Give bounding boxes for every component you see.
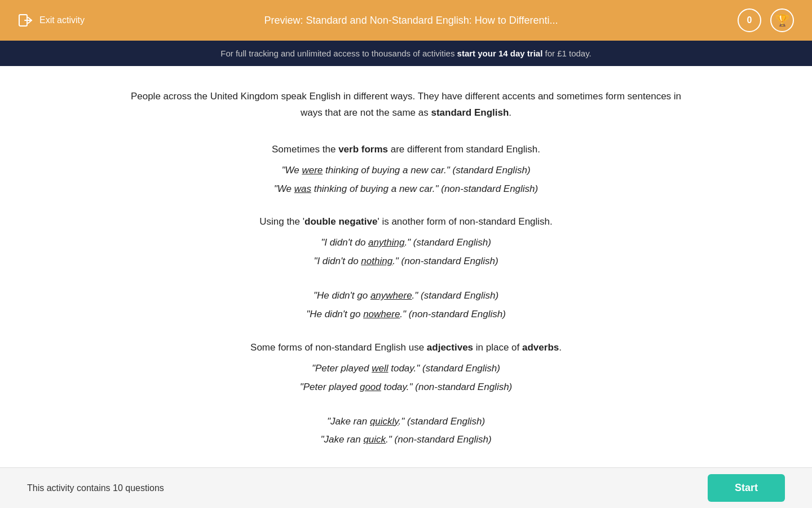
double-negative-example-1: "I didn't do anything." (standard Englis… <box>130 235 682 251</box>
questions-label: This activity contains 10 questions <box>27 483 164 493</box>
trophy-icon: 🏆 <box>775 14 789 27</box>
trial-banner: For full tracking and unlimited access t… <box>0 41 812 66</box>
nothing-underline: nothing <box>361 256 392 266</box>
trophy-badge: 🏆 <box>770 8 794 32</box>
trial-text-before: For full tracking and unlimited access t… <box>220 49 457 58</box>
verb-forms-example-2: "We was thinking of buying a new car." (… <box>130 181 682 198</box>
intro-bold: standard English <box>431 107 509 118</box>
verb-forms-example-1: "We were thinking of buying a new car." … <box>130 163 682 179</box>
well-underline: well <box>372 363 388 374</box>
score-value: 0 <box>747 15 752 25</box>
exit-activity-label: Exit activity <box>39 15 85 25</box>
verb-forms-intro: Sometimes the verb forms are different f… <box>130 142 682 158</box>
nowhere-underline: nowhere <box>363 309 400 319</box>
trial-text-after: for £1 today. <box>542 49 591 58</box>
adjectives-example-1: "Peter played well today." (standard Eng… <box>130 361 682 377</box>
quick-underline: quick <box>363 434 386 445</box>
anywhere-underline: anywhere <box>370 290 412 301</box>
adverbs-bold: adverbs <box>522 342 559 353</box>
double-negative-example-3: "He didn't go anywhere." (standard Engli… <box>130 288 682 304</box>
section-verb-forms: Sometimes the verb forms are different f… <box>130 142 682 198</box>
score-badge: 0 <box>738 8 761 32</box>
adjectives-example-3: "Jake ran quickly." (standard English) <box>130 414 682 430</box>
double-negative-bold: double negative <box>304 216 377 227</box>
start-button[interactable]: Start <box>708 474 785 502</box>
adjectives-example-4: "Jake ran quick." (non-standard English) <box>130 432 682 448</box>
spacer-2 <box>130 398 682 411</box>
were-underline: were <box>302 165 323 176</box>
was-underline: was <box>294 183 311 194</box>
nav-right-controls: 0 🏆 <box>738 8 794 32</box>
good-underline: good <box>360 382 381 392</box>
exit-icon <box>18 12 34 28</box>
quickly-underline: quickly <box>370 416 399 427</box>
adjectives-bold: adjectives <box>427 342 473 353</box>
adjectives-example-2: "Peter played good today." (non-standard… <box>130 379 682 396</box>
spacer-1 <box>130 272 682 286</box>
intro-period: . <box>509 107 511 118</box>
double-negative-example-4: "He didn't go nowhere." (non-standard En… <box>130 306 682 323</box>
main-content: People across the United Kingdom speak E… <box>96 89 716 448</box>
adjectives-adverbs-intro: Some forms of non-standard English use a… <box>130 340 682 356</box>
double-negative-example-2: "I didn't do nothing." (non-standard Eng… <box>130 253 682 270</box>
exit-activity-button[interactable]: Exit activity <box>18 12 85 28</box>
double-negative-intro: Using the 'double negative' is another f… <box>130 214 682 230</box>
bottom-bar: This activity contains 10 questions Star… <box>0 467 812 508</box>
intro-text-before: People across the United Kingdom speak E… <box>131 91 681 118</box>
intro-paragraph: People across the United Kingdom speak E… <box>130 89 682 121</box>
section-adjectives-adverbs: Some forms of non-standard English use a… <box>130 340 682 448</box>
anything-underline: anything <box>368 237 404 248</box>
section-double-negative: Using the 'double negative' is another f… <box>130 214 682 322</box>
activity-title: Preview: Standard and Non-Standard Engli… <box>85 15 738 27</box>
trial-cta: start your 14 day trial <box>457 49 543 58</box>
verb-forms-bold: verb forms <box>338 144 388 155</box>
top-navigation: Exit activity Preview: Standard and Non-… <box>0 0 812 41</box>
